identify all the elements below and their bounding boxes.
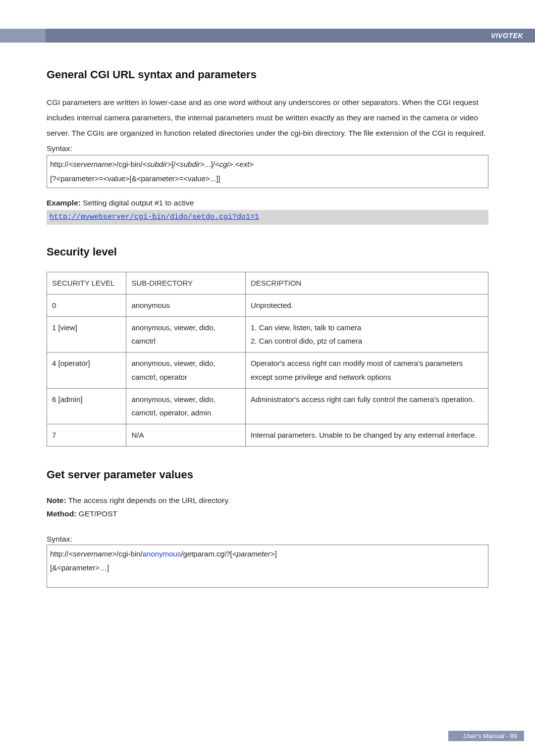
page-footer: User's Manual - 89 [448,731,524,741]
heading-security-level: Security level [47,244,488,260]
section-security-level: Security level SECURITY LEVEL SUB-DIRECT… [47,244,488,447]
page-content: General CGI URL syntax and parameters CG… [0,43,535,588]
syntax-line-1: http://<servername>/cgi-bin/<subdir>[/<s… [50,157,485,172]
col-sub-directory: SUB-DIRECTORY [126,272,246,295]
section-general-cgi: General CGI URL syntax and parameters CG… [47,66,488,225]
col-security-level: SECURITY LEVEL [47,272,126,295]
section-get-server-param: Get server parameter values Note: The ac… [47,466,488,588]
brand-label: VIVOTEK [491,32,523,40]
syntax-line-2: [?<parameter>=<value>[&<parameter>=<valu… [50,172,485,186]
table-row: 7 N/A Internal parameters. Unable to be … [47,424,488,447]
syntax-box-2: http://<servername>/cgi-bin/anonymous/ge… [47,545,488,588]
syntax-label: Syntax: [47,143,488,154]
syntax-box: http://<servername>/cgi-bin/<subdir>[/<s… [47,155,488,188]
syntax2-line-2: [&<parameter>…] [50,561,485,575]
heading-general-cgi: General CGI URL syntax and parameters [47,66,488,83]
example-url[interactable]: http://mywebserver/cgi-bin/dido/setdo.cg… [47,210,488,225]
example-caption: Example: Setting digital output #1 to ac… [47,197,488,208]
col-description: DESCRIPTION [245,272,488,295]
syntax2-line-1: http://<servername>/cgi-bin/anonymous/ge… [50,547,485,561]
table-row: 4 [operator] anonymous, viewer, dido, ca… [47,353,488,389]
note-line: Note: The access right depends on the UR… [47,495,488,506]
method-line: Method: GET/POST [47,508,488,519]
table-row: 1 [view] anonymous, viewer, dido, camctr… [47,316,488,353]
heading-get-server-param: Get server parameter values [47,466,488,483]
table-header-row: SECURITY LEVEL SUB-DIRECTORY DESCRIPTION [47,272,488,295]
table-row: 6 [admin] anonymous, viewer, dido, camct… [47,388,488,424]
header-inner: VIVOTEK [46,29,535,43]
syntax-label-2: Syntax: [47,533,488,545]
header-band: VIVOTEK [0,29,535,43]
table-row: 0 anonymous Unprotected. [47,294,488,316]
general-cgi-paragraph: CGI parameters are written in lower-case… [47,95,488,141]
security-table: SECURITY LEVEL SUB-DIRECTORY DESCRIPTION… [47,272,488,447]
